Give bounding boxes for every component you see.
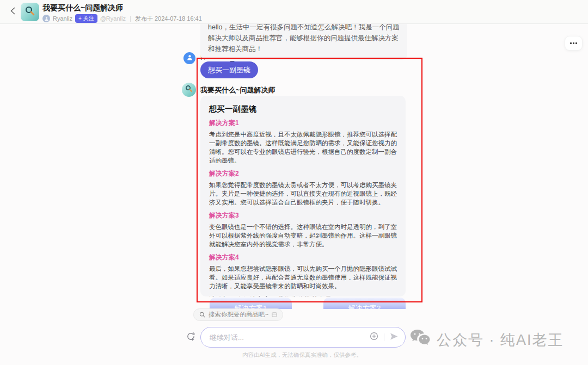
author-name: Ryanliz <box>53 15 72 22</box>
search-icon <box>199 312 205 318</box>
bot-avatar <box>21 3 39 21</box>
card-title: 想买一副墨镜 <box>209 104 397 114</box>
composer-divider <box>384 333 384 341</box>
user-message-bubble: 想买一副墨镜 <box>200 61 258 78</box>
watermark-text: 公众号 · 纯AI老王 <box>437 330 564 350</box>
solution-3-text: 变色眼镜也是一个不错的选择。这种眼镜在室内时是透明的，到了室外可以根据紫外线的强… <box>209 222 397 249</box>
solution-2-text: 如果您觉得配带度数的墨镜太贵或者不太方便，可以考虑购买墨镜夹片。夹片是一种便捷的… <box>209 181 397 207</box>
author-avatar-icon <box>42 15 50 22</box>
chevron-left-icon <box>9 7 17 17</box>
new-chat-button[interactable] <box>185 332 197 343</box>
magnifier-avatar-icon <box>24 5 36 19</box>
circle-plus-icon <box>370 332 378 343</box>
solution-3-label: 解决方案3 <box>209 211 397 220</box>
refresh-plus-icon <box>186 331 196 344</box>
solution-2-label: 解决方案2 <box>209 169 397 178</box>
author-handle: @Ryanliz <box>100 15 126 22</box>
solution-4-text: 最后，如果您想尝试隐形眼镜，可以先购买一个月抛的隐形眼镜试试看。如果适应良好，再… <box>209 264 397 290</box>
ai-disclaimer: 内容由AI生成，无法确保真实准确，仅供参考。 <box>185 351 419 359</box>
search-placeholder: 搜索你想要的商品吧~ <box>209 311 268 319</box>
meta-divider <box>130 16 131 22</box>
user-avatar <box>183 52 195 64</box>
page-title: 我要买什么~问题解决师 <box>42 4 202 12</box>
person-icon <box>186 53 193 63</box>
attach-button[interactable] <box>370 332 378 343</box>
solution-1-label: 解决方案1 <box>209 119 397 128</box>
author-meta: Ryanliz + 关注 @Ryanliz 发布于 2024-07-18 16:… <box>42 14 202 23</box>
follow-button[interactable]: + 关注 <box>75 14 97 23</box>
solution-4-label: 解决方案4 <box>209 253 397 262</box>
bot-name: 我要买什么~问题解决师 <box>200 85 275 95</box>
quick-replies-row: 解决方案1 解决方案2 <box>210 298 406 309</box>
header-bar: 我要买什么~问题解决师 Ryanliz + 关注 @Ryanliz 发布于 20… <box>0 0 588 24</box>
quick-reply-solution-2[interactable]: 解决方案2 <box>323 298 406 309</box>
solution-1-text: 考虑到您是中高度近视，且不太敢佩戴隐形眼镜，推荐您可以选择配一副带度数的墨镜。这… <box>209 130 397 165</box>
magnifier-avatar-icon <box>185 84 193 95</box>
chat-input[interactable] <box>210 333 370 342</box>
paper-plane-icon <box>389 332 399 343</box>
send-button[interactable] <box>389 332 399 343</box>
wechat-icon <box>409 329 431 351</box>
composer-bar <box>200 327 406 348</box>
publish-date: 发布于 2024-07-18 16:41 <box>135 15 202 23</box>
watermark: 公众号 · 纯AI老王 <box>409 329 564 351</box>
more-options-button[interactable] <box>565 36 583 51</box>
bot-solution-card: 想买一副墨镜 解决方案1 考虑到您是中高度近视，且不太敢佩戴隐形眼镜，推荐您可以… <box>200 96 406 296</box>
bot-message-avatar <box>182 83 196 97</box>
product-search-button[interactable]: 搜索你想要的商品吧~ <box>193 308 283 321</box>
title-block: 我要买什么~问题解决师 Ryanliz + 关注 @Ryanliz 发布于 20… <box>42 4 202 23</box>
mini-panel-icon <box>272 312 277 317</box>
card-footer: 请选择一个解决方案，我将为你推荐商品！ <box>209 295 397 296</box>
ellipsis-icon <box>570 42 577 44</box>
quick-reply-solution-1[interactable]: 解决方案1 <box>210 298 292 309</box>
back-button[interactable] <box>8 7 19 17</box>
app-window: 我要买什么~问题解决师 Ryanliz + 关注 @Ryanliz 发布于 20… <box>0 0 588 365</box>
